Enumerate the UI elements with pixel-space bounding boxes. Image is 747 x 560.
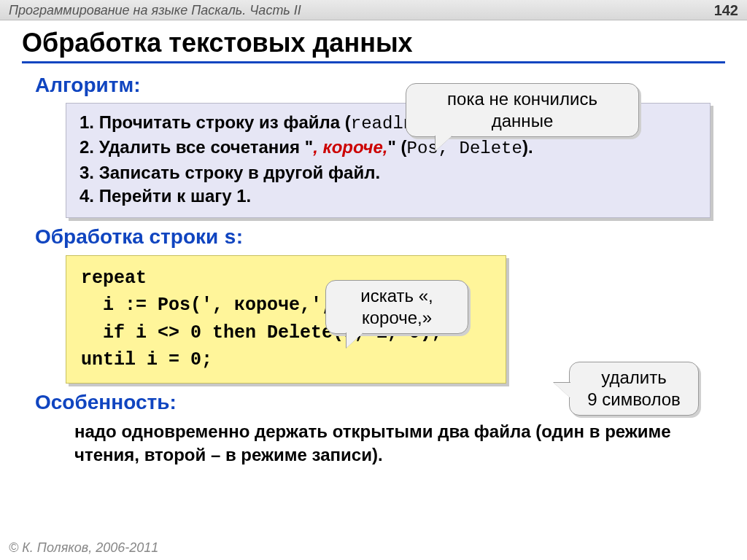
copyright: © К. Поляков, 2006-2011: [9, 540, 158, 556]
algo-step-4: 4. Перейти к шагу 1.: [80, 184, 697, 208]
feature-text: надо одновременно держать открытыми два …: [74, 420, 711, 467]
code-line: until i = 0;: [81, 349, 212, 370]
top-bar: Программирование на языке Паскаль. Часть…: [0, 0, 747, 20]
callout-until-data-ends: пока не кончились данные: [406, 83, 639, 137]
callout-delete-9: удалить 9 символов: [569, 362, 699, 416]
algo-step-2: 2. Удалить все сочетания ", короче," (Po…: [80, 136, 697, 160]
algo-step-3: 3. Записать строку в другой файл.: [80, 161, 697, 184]
callout-search: искать «, короче,»: [325, 280, 468, 334]
code-line: repeat: [81, 268, 147, 289]
callout-tail-icon: [554, 383, 571, 399]
callout-tail-icon: [436, 135, 453, 151]
page-number: 142: [714, 0, 738, 20]
callout-tail-icon: [347, 332, 364, 348]
doc-title: Программирование на языке Паскаль. Часть…: [9, 0, 301, 20]
slide-title: Обработка текстовых данных: [22, 28, 725, 63]
slide-content: Обработка текстовых данных Алгоритм: 1. …: [0, 20, 747, 467]
section-processing: Обработка строки s:: [35, 225, 725, 249]
